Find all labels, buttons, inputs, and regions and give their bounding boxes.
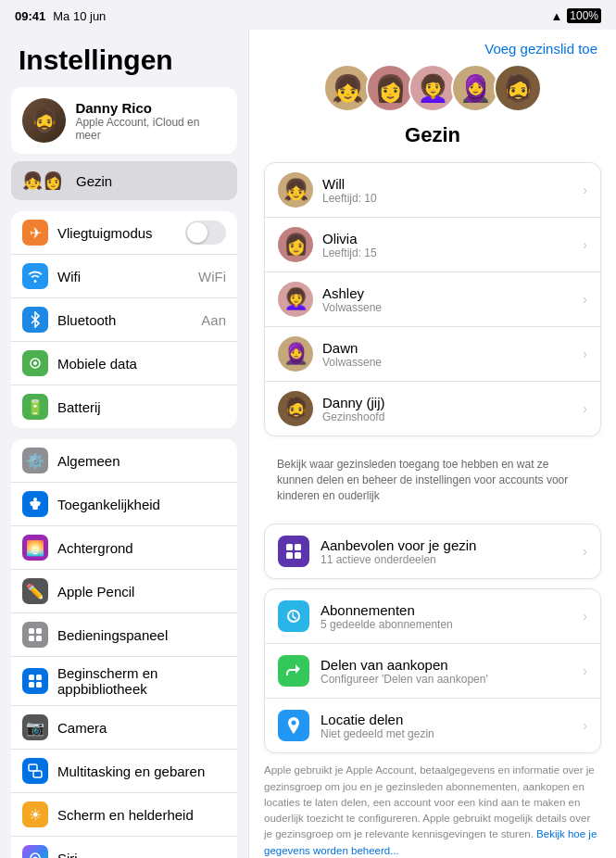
svg-rect-5 [29,636,34,641]
aanbevolen-info: Aanbevolen voor je gezin 11 actieve onde… [321,537,572,566]
delen-info: Delen van aankopen Configureer 'Delen va… [321,657,572,686]
bedieningspaneel-icon [22,622,48,648]
svg-rect-8 [36,675,42,680]
family-notice-text: Bekijk waar gezinsleden toegang toe hebb… [277,458,568,502]
abonnementen-sub: 5 gedeelde abonnementen [321,618,572,631]
sidebar-item-bluetooth[interactable]: Bluetooth Aan [11,298,237,342]
family-members-card: 👧 Will Leeftijd: 10 › 👩 Olivia Leeftijd:… [264,162,601,436]
siri-label: Siri [57,851,226,859]
applepencil-label: Apple Pencil [57,584,226,599]
chevron-locatie: › [583,718,587,733]
account-card[interactable]: 🧔 Danny Rico Apple Account, iCloud en me… [11,87,237,154]
status-date: Ma 10 jun [53,9,106,23]
family-notice: Bekijk waar gezinsleden toegang toe hebb… [264,448,601,512]
svg-rect-3 [29,628,34,634]
member-avatar-olivia: 👩 [278,227,313,262]
svg-rect-17 [295,552,301,559]
chevron-abonnementen: › [583,609,587,624]
locatie-info: Locatie delen Niet gedeeld met gezin [321,712,572,740]
aanbevolen-sub: 11 actieve onderdeelen [321,553,572,566]
sidebar-item-family[interactable]: 👧 👩 Gezin [11,161,237,200]
member-avatar-ashley: 👩‍🦱 [278,282,313,317]
sidebar-item-mobiele[interactable]: Mobiele data [11,342,237,385]
sidebar-item-algemeen[interactable]: ⚙️ Algemeen [11,439,237,483]
action-item-delen[interactable]: Delen van aankopen Configureer 'Delen va… [265,644,600,699]
member-will[interactable]: 👧 Will Leeftijd: 10 › [265,163,600,218]
action-item-locatie[interactable]: Locatie delen Niet gedeeld met gezin › [265,699,600,752]
sidebar-item-toegankelijkheid[interactable]: Toegankelijkheid [11,483,237,526]
sidebar-item-achtergrond[interactable]: 🌅 Achtergrond [11,526,237,570]
account-subtitle: Apple Account, iCloud en meer [75,116,226,142]
svg-rect-10 [36,682,42,688]
svg-rect-9 [29,682,34,688]
member-name-olivia: Olivia [322,231,573,246]
wifi-settings-icon [22,263,48,289]
member-name-danny: Danny (jij) [322,395,573,410]
siri-icon [22,845,48,858]
batterij-label: Batterij [57,399,226,415]
abonnementen-info: Abonnementen 5 gedeelde abonnementen [321,602,572,631]
vliegtuig-toggle[interactable] [185,221,226,245]
member-name-ashley: Ashley [322,285,573,301]
abonnementen-title: Abonnementen [321,602,572,618]
vliegtuig-icon: ✈ [22,220,48,246]
member-role-dawn: Volwassene [322,356,573,369]
family-avatar-ashley: 👩‍🦱 [409,64,457,112]
algemeen-label: Algemeen [57,453,226,469]
member-name-will: Will [322,176,573,192]
abonnementen-icon [278,600,309,632]
locatie-title: Locatie delen [321,712,572,727]
delen-title: Delen van aankopen [321,657,572,673]
member-avatar-dawn: 🧕 [278,336,313,372]
member-olivia[interactable]: 👩 Olivia Leeftijd: 15 › [265,218,600,272]
member-avatar-danny: 🧔 [278,391,313,426]
svg-rect-16 [286,552,293,559]
sidebar-item-scherm[interactable]: ☀ Scherm en helderheid [11,793,237,837]
locatie-sub: Niet gedeeld met gezin [321,727,572,740]
sidebar-item-batterij[interactable]: 🔋 Batterij [11,385,237,428]
member-ashley[interactable]: 👩‍🦱 Ashley Volwassene › [265,272,600,327]
multitasking-icon [22,758,48,784]
add-family-button[interactable]: Voeg gezinslid toe [484,41,597,57]
svg-rect-12 [33,771,42,777]
account-name: Danny Rico [75,100,226,116]
chevron-aanbevolen: › [583,544,587,559]
privacy-link[interactable]: Bekijk hoe je gegevens worden beheerd... [264,828,597,855]
member-dawn[interactable]: 🧕 Dawn Volwassene › [265,327,600,382]
sidebar-item-bedieningspaneel[interactable]: Bedieningspaneel [11,613,237,657]
sidebar-item-multitasking[interactable]: Multitasking en gebaren [11,750,237,793]
bluetooth-label: Bluetooth [57,312,192,328]
locatie-icon [278,710,309,741]
sidebar-item-applepencil[interactable]: ✏️ Apple Pencil [11,570,237,613]
action-card-subs: Abonnementen 5 gedeelde abonnementen › D… [264,588,601,753]
member-info-olivia: Olivia Leeftijd: 15 [322,231,573,259]
action-item-abonnementen[interactable]: Abonnementen 5 gedeelde abonnementen › [265,589,600,644]
status-bar: 09:41 Ma 10 jun ▲ 100% [0,0,616,30]
right-panel: Voeg gezinslid toe 👧 👩 👩‍🦱 🧕 🧔 Gezin 👧 W… [248,30,616,858]
member-info-danny: Danny (jij) Gezinshoofd [322,395,573,423]
applepencil-icon: ✏️ [22,578,48,604]
beginscherm-label: Beginscherm en appbibliotheek [57,665,226,697]
chevron-delen: › [583,663,587,678]
member-name-dawn: Dawn [322,340,573,356]
privacy-notice: Apple gebruikt je Apple Account, betaalg… [264,763,601,858]
member-danny[interactable]: 🧔 Danny (jij) Gezinshoofd › [265,382,600,435]
family-avatars: 👧 👩 👩‍🦱 🧕 🧔 [326,64,539,112]
sidebar-item-siri[interactable]: Siri [11,837,237,858]
svg-rect-7 [29,675,34,680]
main-layout: Instellingen 🧔 Danny Rico Apple Account,… [0,30,616,858]
wifi-icon: ▲ [550,9,562,23]
sidebar-item-vliegtuig[interactable]: ✈ Vliegtuigmodus [11,211,237,255]
svg-rect-14 [286,544,293,550]
aanbevolen-icon [278,536,309,567]
sidebar-item-camera[interactable]: 📷 Camera [11,706,237,750]
bluetooth-value: Aan [201,312,226,328]
member-info-dawn: Dawn Volwassene [322,340,573,369]
sidebar-item-wifi[interactable]: Wifi WiFi [11,255,237,298]
svg-rect-15 [295,544,301,550]
action-item-aanbevolen[interactable]: Aanbevolen voor je gezin 11 actieve onde… [265,524,600,578]
vliegtuig-label: Vliegtuigmodus [57,225,176,241]
family-mini-avatars: 👧 👩 [22,170,63,191]
sidebar-title: Instellingen [0,37,248,87]
sidebar-item-beginscherm[interactable]: Beginscherm en appbibliotheek [11,657,237,706]
